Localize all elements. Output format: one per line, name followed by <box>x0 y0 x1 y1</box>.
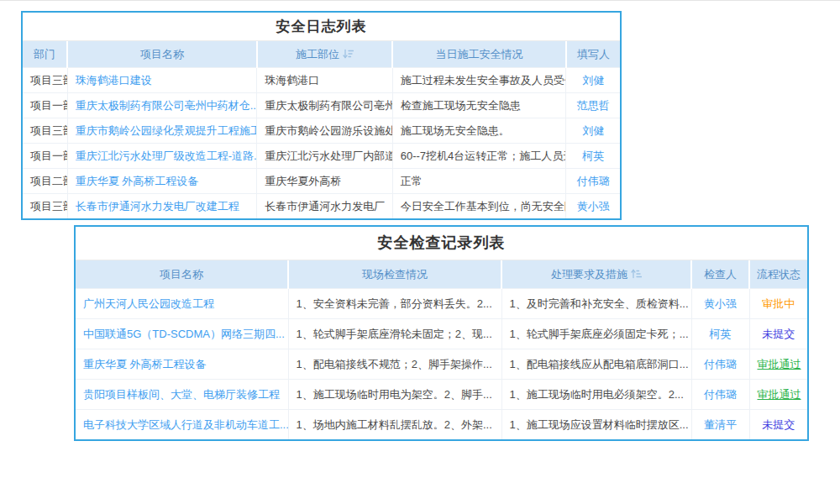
dept-cell: 项目三部 <box>23 194 67 219</box>
filler-link[interactable]: 付伟璐 <box>577 175 610 187</box>
status-badge[interactable]: 审批通过 <box>758 358 801 370</box>
inspector-cell: 柯英 <box>691 319 749 349</box>
safety-log-table: 部门 项目名称 施工部位 当日施工安全情况 填写人 项目三部 珠海鹤港口建设 珠… <box>23 41 620 218</box>
inspection-table-row: 广州天河人民公园改造工程 1、安全资料未完善，部分资料丢失。2... 1、及时完… <box>76 289 807 319</box>
project-link[interactable]: 重庆华夏 外高桥工程设备 <box>83 358 207 370</box>
status-badge: 未提交 <box>762 418 795 431</box>
log-table-row: 项目一部 重庆太极制药有限公司亳州中药材仓... 重庆太极制药有限公司亳州...… <box>23 93 620 118</box>
measures-cell: 1、配电箱接线应从配电箱底部洞口... <box>501 349 691 380</box>
inspector-link[interactable]: 付伟璐 <box>704 388 737 401</box>
filler-cell: 付伟璐 <box>566 169 620 194</box>
site-check-cell: 1、轮式脚手架底座滑轮未固定；2、现... <box>288 319 501 349</box>
location-cell: 重庆华夏外高桥 <box>257 169 392 194</box>
safety-inspection-panel: 安全检查记录列表 项目名称 现场检查情况 处理要求及措施 检查人 流程状态 广州… <box>74 225 809 441</box>
filler-link[interactable]: 范思哲 <box>577 99 610 112</box>
project-link[interactable]: 广州天河人民公园改造工程 <box>83 297 214 310</box>
filler-link[interactable]: 柯英 <box>582 150 604 162</box>
status-badge: 审批中 <box>762 297 795 310</box>
status-badge: 未提交 <box>762 328 795 340</box>
site-check-cell: 1、施工现场临时用电为架空。2、脚手... <box>288 380 501 410</box>
filler-link[interactable]: 刘健 <box>582 124 604 137</box>
measures-cell: 1、施工现场临时用电必须架空。2... <box>501 380 691 410</box>
situation-cell: 施工过程未发生安全事故及人员受伤情况 <box>392 68 566 93</box>
project-link[interactable]: 贵阳项目样板间、大堂、电梯厅装修工程 <box>83 388 280 401</box>
filler-cell: 刘健 <box>566 118 620 144</box>
inspector-link[interactable]: 柯英 <box>710 328 732 340</box>
measures-cell: 1、轮式脚手架底座必须固定卡死；... <box>501 319 691 349</box>
sort-descending-icon[interactable] <box>343 49 354 59</box>
col-header-measures: 处理要求及措施 <box>501 260 691 289</box>
project-link[interactable]: 中国联通5G（TD-SCDMA）网络三期四... <box>83 328 285 340</box>
inspector-cell: 董清平 <box>691 410 749 440</box>
location-cell: 重庆江北污水处理厂内部道路 <box>257 144 392 169</box>
inspection-table-row: 贵阳项目样板间、大堂、电梯厅装修工程 1、施工现场临时用电为架空。2、脚手...… <box>76 380 807 410</box>
col-header-site-check: 现场检查情况 <box>288 260 501 289</box>
dept-cell: 项目三部 <box>23 68 67 93</box>
location-cell: 重庆太极制药有限公司亳州... <box>257 93 392 118</box>
inspection-table-body: 广州天河人民公园改造工程 1、安全资料未完善，部分资料丢失。2... 1、及时完… <box>76 289 807 440</box>
col-header-location: 施工部位 <box>257 41 392 68</box>
col-header-project-name: 项目名称 <box>76 260 288 289</box>
inspection-table-row: 电子科技大学区域人行道及非机动车道工... 1、场地内施工材料乱摆乱放。2、外架… <box>76 410 807 440</box>
log-table-row: 项目三部 长春市伊通河水力发电厂改建工程 长春市伊通河水力发电厂 今日安全工作基… <box>23 194 620 219</box>
project-link[interactable]: 长春市伊通河水力发电厂改建工程 <box>76 200 239 213</box>
col-header-project: 项目名称 <box>67 41 257 68</box>
inspector-cell: 付伟璐 <box>691 380 749 410</box>
status-cell: 审批通过 <box>749 349 807 380</box>
filler-cell: 范思哲 <box>566 93 620 118</box>
safety-inspection-title: 安全检查记录列表 <box>76 227 807 260</box>
col-header-status: 流程状态 <box>749 260 807 289</box>
location-cell: 长春市伊通河水力发电厂 <box>257 194 392 219</box>
log-table-row: 项目一部 重庆江北污水处理厂级改造工程-道路... 重庆江北污水处理厂内部道路 … <box>23 144 620 169</box>
status-cell: 审批中 <box>749 289 807 319</box>
inspection-table-row: 中国联通5G（TD-SCDMA）网络三期四... 1、轮式脚手架底座滑轮未固定；… <box>76 319 807 349</box>
measures-cell: 1、施工现场应设置材料临时摆放区... <box>501 410 691 440</box>
log-header-row: 部门 项目名称 施工部位 当日施工安全情况 填写人 <box>23 41 620 68</box>
location-cell: 珠海鹤港口 <box>257 68 392 93</box>
site-check-cell: 1、场地内施工材料乱摆乱放。2、外架... <box>288 410 501 440</box>
log-table-row: 项目三部 珠海鹤港口建设 珠海鹤港口 施工过程未发生安全事故及人员受伤情况 刘健 <box>23 68 620 93</box>
project-name-cell: 重庆江北污水处理厂级改造工程-道路... <box>67 144 257 169</box>
status-cell: 未提交 <box>749 319 807 349</box>
project-link[interactable]: 重庆太极制药有限公司亳州中药材仓... <box>76 99 257 112</box>
col-header-inspector: 检查人 <box>691 260 749 289</box>
filler-link[interactable]: 黄小强 <box>577 200 610 213</box>
site-check-cell: 1、安全资料未完善，部分资料丢失。2... <box>288 289 501 319</box>
sort-ascending-icon[interactable] <box>631 269 642 279</box>
safety-log-title: 安全日志列表 <box>23 13 620 41</box>
dept-cell: 项目三部 <box>23 118 67 144</box>
dept-cell: 项目二部 <box>23 169 67 194</box>
filler-cell: 刘健 <box>566 68 620 93</box>
project-name-cell: 电子科技大学区域人行道及非机动车道工... <box>76 410 288 440</box>
inspector-link[interactable]: 董清平 <box>704 418 737 431</box>
situation-cell: 60--7挖机4台运转正常；施工人员无违... <box>392 144 566 169</box>
col-header-situation: 当日施工安全情况 <box>392 41 566 68</box>
inspector-link[interactable]: 付伟璐 <box>704 358 737 370</box>
filler-link[interactable]: 刘健 <box>582 74 604 87</box>
safety-log-panel: 安全日志列表 部门 项目名称 施工部位 当日施工安全情况 填写人 项目三部 珠海… <box>21 11 622 220</box>
dept-cell: 项目一部 <box>23 144 67 169</box>
project-link[interactable]: 重庆江北污水处理厂级改造工程-道路... <box>76 150 257 162</box>
col-header-dept: 部门 <box>23 41 67 68</box>
inspector-link[interactable]: 黄小强 <box>704 297 737 310</box>
project-name-cell: 贵阳项目样板间、大堂、电梯厅装修工程 <box>76 380 288 410</box>
inspection-header-row: 项目名称 现场检查情况 处理要求及措施 检查人 流程状态 <box>76 260 807 289</box>
project-name-cell: 珠海鹤港口建设 <box>67 68 257 93</box>
log-table-body: 项目三部 珠海鹤港口建设 珠海鹤港口 施工过程未发生安全事故及人员受伤情况 刘健… <box>23 68 620 219</box>
project-link[interactable]: 重庆市鹅岭公园绿化景观提升工程施工 <box>76 124 257 137</box>
project-link[interactable]: 电子科技大学区域人行道及非机动车道工... <box>83 418 288 431</box>
project-name-cell: 重庆太极制药有限公司亳州中药材仓... <box>67 93 257 118</box>
project-link[interactable]: 重庆华夏 外高桥工程设备 <box>76 175 199 187</box>
project-link[interactable]: 珠海鹤港口建设 <box>76 74 152 87</box>
inspector-cell: 付伟璐 <box>691 349 749 380</box>
inspection-table-row: 重庆华夏 外高桥工程设备 1、配电箱接线不规范；2、脚手架操作... 1、配电箱… <box>76 349 807 380</box>
project-name-cell: 重庆华夏 外高桥工程设备 <box>67 169 257 194</box>
status-cell: 未提交 <box>749 410 807 440</box>
project-name-cell: 重庆华夏 外高桥工程设备 <box>76 349 288 380</box>
page-top-divider <box>0 0 840 1</box>
filler-cell: 柯英 <box>566 144 620 169</box>
dept-cell: 项目一部 <box>23 93 67 118</box>
project-name-cell: 中国联通5G（TD-SCDMA）网络三期四... <box>76 319 288 349</box>
status-badge[interactable]: 审批通过 <box>758 388 801 401</box>
log-table-row: 项目二部 重庆华夏 外高桥工程设备 重庆华夏外高桥 正常 付伟璐 <box>23 169 620 194</box>
